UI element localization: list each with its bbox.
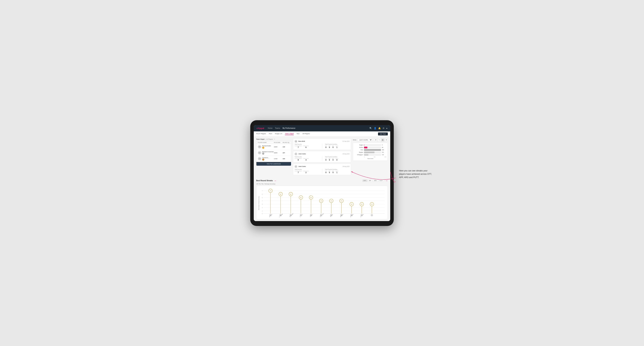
player-info: CM Cameron... 3: [258, 157, 274, 161]
nav-teams[interactable]: Teams: [275, 127, 280, 129]
filter-putt-button[interactable]: PUTT: [378, 179, 384, 182]
filter-arg-button[interactable]: ARG: [373, 179, 378, 182]
avatar: RB: [294, 140, 297, 143]
settings-view-button[interactable]: ⚙: [385, 138, 388, 142]
rounds-card-header: JC Josh Coles 26 Aug 2023: [294, 165, 350, 168]
col-value: 0: [325, 172, 327, 173]
svg-text:6x: 6x: [290, 193, 292, 195]
app-logo: clippd: [256, 127, 264, 130]
subnav-tour[interactable]: Tour: [296, 133, 300, 135]
bar-chart: Eagles 3 Birdies 96: [353, 143, 388, 161]
col-label: Practice: [303, 171, 308, 172]
nav-icons: 🔍 👤 🔔 ⚙ ●: [370, 127, 388, 130]
putt-stat: PUTT 1: [336, 171, 338, 173]
col-label: OTT: [325, 158, 327, 159]
add-team-button[interactable]: Add Team: [378, 133, 388, 135]
bar-item-bogeys: Bogeys 311: [354, 152, 386, 153]
bar-track: [364, 144, 381, 146]
bar-track: [364, 147, 381, 148]
practice-stat: Practice 6: [303, 145, 308, 148]
svg-text:4x: 4x: [341, 200, 342, 201]
streaks-title: Best Round Streaks: [256, 180, 273, 181]
chart-subtitle: Off The Tee, Fairway Accuracy: [256, 183, 388, 185]
table-row[interactable]: RB Richard Butler 1 19/20 110: [256, 144, 291, 150]
nav-home[interactable]: Home: [268, 127, 272, 129]
svg-text:0: 0: [262, 213, 262, 214]
streak-chart-container: 7 6 5 4 3 2 1 0: [256, 186, 388, 219]
arg-stat: ARG 0: [332, 171, 334, 173]
sub-nav: PGAT Players PGA Hcaps 1-5 Team Clippd T…: [254, 131, 390, 137]
player-avg: 103: [282, 158, 290, 160]
bar-fill: [364, 154, 368, 156]
subnav-team-clippd[interactable]: Team Clippd: [285, 133, 294, 135]
period-select[interactable]: Last 3 months: [357, 138, 372, 141]
nav-my-performance[interactable]: My Performance: [282, 127, 295, 129]
table-row[interactable]: EC Edward Crossman 2 18/20 107: [256, 150, 291, 156]
subnav-hcaps[interactable]: Hcaps 1-5: [275, 133, 282, 135]
player-name: Rees Britt: [298, 141, 342, 142]
filter-app-button[interactable]: APP: [368, 179, 372, 182]
svg-text:MM: MM: [341, 215, 342, 216]
grid-view-button[interactable]: ⊞: [374, 138, 377, 142]
team-count: | 14 Players: [266, 138, 273, 140]
svg-text:3x: 3x: [361, 204, 362, 205]
view-leaderboard-button[interactable]: View Full Leaderboard: [256, 162, 291, 166]
col-label: Practice: [303, 158, 308, 159]
search-icon[interactable]: 🔍: [370, 127, 372, 130]
rank-badge: 1: [262, 147, 264, 149]
stat-label: Total Rounds: [294, 144, 319, 145]
user-icon[interactable]: 👤: [374, 127, 376, 130]
list-view-button[interactable]: ≡: [378, 138, 381, 142]
svg-text:JC: JC: [300, 215, 301, 216]
avatar: EC: [258, 151, 261, 155]
total-rounds-group: Total Rounds Tournament 7 Practice 6: [294, 144, 319, 148]
col-value: 0: [332, 172, 334, 173]
rounds-card: RB Rees Britt 02 Sep 2023 Total Rounds T…: [293, 138, 351, 150]
col-value: 7: [294, 147, 302, 148]
player-score: 17/20: [274, 158, 282, 160]
table-row[interactable]: CM Cameron... 3 17/20 103: [256, 156, 291, 162]
bell-icon[interactable]: 🔔: [378, 127, 381, 130]
tablet-screen: clippd Home Teams My Performance 🔍 👤 🔔 ⚙…: [254, 125, 390, 221]
col-label: ARG: [332, 158, 334, 159]
subnav-pgat[interactable]: PGAT Players: [256, 133, 266, 135]
chart-view-button[interactable]: ▦: [381, 138, 384, 142]
bar-label: Eagles: [354, 144, 363, 146]
player-score: 18/20: [274, 152, 282, 154]
round-date: 02 Sep 2023: [342, 141, 350, 142]
subnav-pga[interactable]: PGA: [269, 133, 272, 135]
total-rounds-group: Total Rounds Tournament 8 Practice 4: [294, 156, 319, 161]
col-value: 0: [332, 159, 334, 161]
svg-text:Best Streak, Fairway Accuracy: Best Streak, Fairway Accuracy: [258, 196, 259, 210]
bar-fill: [364, 144, 364, 146]
bar-fill: [364, 152, 374, 153]
svg-text:DB: DB: [290, 215, 292, 216]
svg-text:RBu: RBu: [351, 215, 352, 216]
rank-badge: 3: [262, 159, 264, 161]
arrow-right-icon: →: [385, 179, 388, 182]
main-content: Team Clippd | 14 Players ✏ PLAYER NAME P…: [254, 137, 390, 178]
subnav-all-players[interactable]: All Players: [302, 133, 310, 135]
bar-value: 499: [382, 149, 386, 151]
total-rounds-group: Total Rounds Tournament 7 Practice 2: [294, 169, 319, 173]
stat-label: Total Rounds: [294, 156, 319, 158]
filter-ott-button[interactable]: OTT: [362, 179, 367, 182]
settings-icon[interactable]: ⚙: [382, 127, 384, 130]
ott-stat: OTT 0: [325, 158, 327, 161]
rounds-card: JC Josh Coles 26 Aug 2023 Total Rounds T…: [293, 164, 351, 175]
app-stat: APP 0: [328, 158, 330, 161]
practice-activities-group: Total Practice Activities OTT 0 APP 0: [325, 169, 350, 173]
stat-label: Total Practice Activities: [325, 169, 350, 170]
player-info: EC Edward Crossman 2: [258, 151, 274, 155]
edit-icon[interactable]: ✏: [274, 138, 275, 140]
stat-label: Total Rounds: [294, 169, 319, 170]
col-label: APP: [328, 158, 330, 159]
avatar-icon[interactable]: ●: [386, 127, 388, 130]
rounds-stats: Total Rounds Tournament 7 Practice 2: [294, 169, 350, 173]
bar-item-dbogeys: D.Bogeys+ 131: [354, 154, 386, 156]
col-player-name: PLAYER NAME: [258, 142, 274, 143]
round-date: 26 Aug 2023: [343, 166, 350, 167]
rounds-card-header: JC Josh Coles 26 Aug 2023: [294, 153, 350, 155]
nav-bar: clippd Home Teams My Performance 🔍 👤 🔔 ⚙…: [254, 125, 390, 131]
col-label: PUTT: [336, 145, 338, 147]
